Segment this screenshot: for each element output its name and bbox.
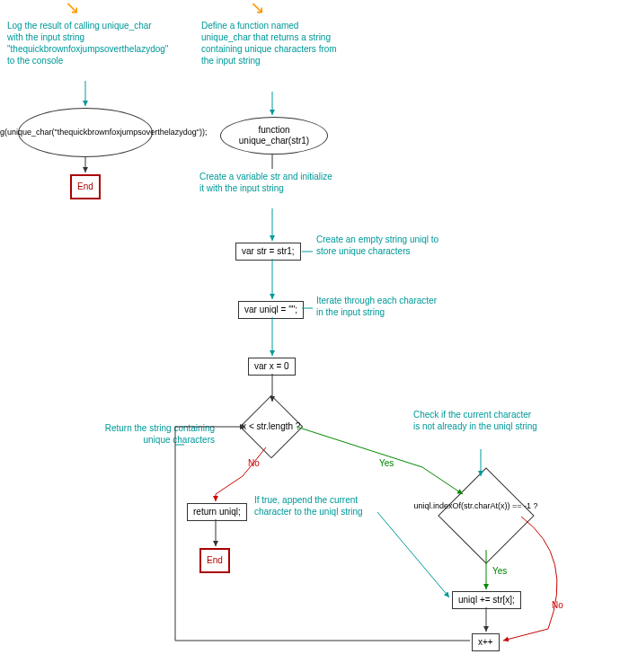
end-left: End [70, 174, 101, 199]
svg-line-15 [377, 512, 449, 597]
comment-return: Return the string containing unique char… [89, 422, 215, 446]
entry-arrow-left: ↘ [65, 0, 80, 18]
rect-var-str-text: var str = str1; [242, 246, 295, 257]
rect-inc: x++ [472, 633, 500, 651]
rect-x0-text: var x = 0 [254, 361, 289, 372]
end-right: End [199, 548, 230, 573]
label-no-check: No [552, 600, 563, 610]
rect-uniql-text: var uniql = ""; [244, 305, 297, 315]
end-left-text: End [77, 181, 93, 192]
rect-return: return uniql; [187, 503, 247, 521]
ellipse-fn: function unique_char(str1) [220, 117, 328, 155]
label-yes-check: Yes [492, 566, 507, 576]
ellipse-console-log: console.log(unique_char("thequickbrownfo… [18, 108, 153, 157]
comment-loop: Iterate through each character in the in… [316, 295, 442, 318]
rect-append: uniql += str[x]; [452, 591, 521, 609]
decision-check: uniql.indexOf(str.charAt(x)) == -1 ? [438, 467, 534, 563]
flow-edges [0, 0, 620, 672]
rect-inc-text: x++ [478, 637, 493, 648]
rect-append-text: uniql += str[x]; [458, 595, 515, 606]
rect-return-text: return uniql; [193, 507, 241, 517]
decision-loop-text: x < str.length ? [242, 421, 300, 432]
ellipse-console-log-text: console.log(unique_char("thequickbrownfo… [0, 128, 208, 137]
ellipse-fn-text: function unique_char(str1) [230, 125, 318, 146]
comment-append: If true, append the current character to… [254, 494, 380, 517]
entry-arrow-right: ↘ [250, 0, 265, 18]
rect-var-str: var str = str1; [235, 243, 301, 261]
rect-uniql: var uniql = ""; [238, 301, 304, 319]
end-right-text: End [207, 555, 223, 566]
decision-check-text: uniql.indexOf(str.charAt(x)) == -1 ? [414, 500, 538, 510]
rect-x0: var x = 0 [248, 358, 296, 376]
decision-loop: x < str.length ? [240, 395, 304, 459]
comment-log: Log the result of calling unique_char wi… [7, 20, 155, 66]
comment-check: Check if the current character is not al… [413, 409, 539, 432]
comment-fn: Define a function named unique_char that… [201, 20, 345, 66]
label-yes-loop: Yes [379, 458, 394, 468]
comment-uniql: Create an empty string uniql to store un… [316, 234, 442, 257]
label-no-loop: No [248, 458, 260, 468]
comment-var: Create a variable str and initialize it … [199, 171, 334, 194]
